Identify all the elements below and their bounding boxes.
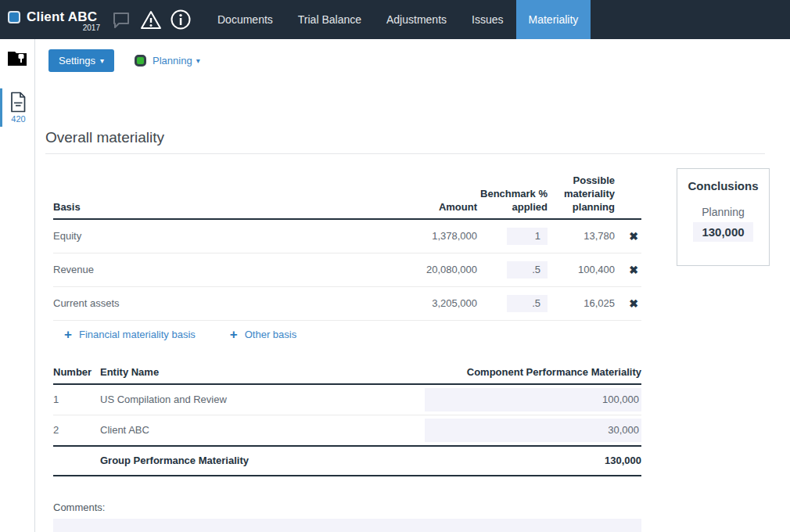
add-link-label: Financial materiality basis — [79, 329, 196, 340]
col-header-amount: Amount — [375, 171, 477, 219]
amount-cell: 20,080,000 — [375, 253, 477, 287]
amount-cell: 3,205,000 — [375, 287, 477, 321]
top-navbar: Client ABC 2017 Documents Trial Balance … — [0, 0, 790, 39]
component-pm-input[interactable]: 30,000 — [425, 419, 641, 442]
client-selector[interactable]: Client ABC 2017 — [0, 0, 100, 39]
engagement-year: 2017 — [83, 23, 100, 32]
warning-icon[interactable] — [136, 0, 166, 39]
col-header-actions — [615, 171, 641, 219]
materiality-basis-table: Basis Amount Benchmark % applied Possibl… — [53, 171, 641, 321]
table-row: Equity 1,378,000 1 13,780 ✖ — [53, 219, 641, 253]
possible-cell: 16,025 — [548, 287, 615, 321]
document-number: 420 — [11, 114, 25, 124]
col-header-entity-name: Entity Name — [100, 362, 425, 384]
conclusions-panel: Conclusions Planning 130,000 — [677, 168, 770, 266]
add-basis-links: + Financial materiality basis + Other ba… — [64, 329, 641, 340]
table-row: Current assets 3,205,000 .5 16,025 ✖ — [53, 287, 641, 321]
settings-button-label: Settings — [59, 55, 95, 66]
col-header-possible: Possible materiality planning — [548, 171, 615, 219]
basis-cell: Equity — [53, 219, 375, 253]
main-content: Basis Amount Benchmark % applied Possibl… — [53, 171, 641, 532]
page-toolbar: Settings ▾ Planning ▾ — [48, 49, 200, 72]
conclusion-planning-value: 130,000 — [693, 222, 752, 242]
delete-row-button[interactable]: ✖ — [629, 297, 638, 310]
conclusion-planning-label: Planning — [677, 206, 769, 218]
amount-cell: 1,378,000 — [375, 219, 477, 253]
sidebar-document-420[interactable]: 420 — [0, 88, 34, 127]
entity-number-cell: 1 — [53, 384, 100, 415]
navbar-icons — [106, 0, 196, 39]
nav-menu: Documents Trial Balance Adjustments Issu… — [205, 0, 591, 39]
plus-icon: + — [230, 329, 238, 340]
group-pm-label: Group Performance Materiality — [100, 446, 425, 476]
group-total-row: Group Performance Materiality 130,000 — [53, 446, 641, 476]
settings-button[interactable]: Settings ▾ — [48, 49, 114, 72]
nav-item-adjustments[interactable]: Adjustments — [374, 0, 459, 39]
group-pm-value: 130,000 — [425, 446, 641, 476]
add-link-label: Other basis — [245, 329, 296, 340]
col-header-number: Number — [53, 362, 100, 384]
nav-item-documents[interactable]: Documents — [205, 0, 285, 39]
nav-item-trial-balance[interactable]: Trial Balance — [285, 0, 374, 39]
col-header-basis: Basis — [53, 171, 375, 219]
entity-number-cell: 2 — [53, 415, 100, 447]
comments-label: Comments: — [53, 501, 641, 513]
conclusions-title: Conclusions — [677, 179, 769, 192]
table-header-row: Number Entity Name Component Performance… — [53, 362, 641, 384]
page-title: Overall materiality — [45, 129, 765, 154]
nav-item-materiality[interactable]: Materiality — [516, 0, 591, 39]
delete-row-button[interactable]: ✖ — [629, 230, 638, 243]
component-materiality-table: Number Entity Name Component Performance… — [53, 362, 641, 476]
document-icon — [9, 92, 27, 113]
client-name: Client ABC — [27, 9, 97, 25]
pinned-documents-button[interactable] — [0, 49, 34, 66]
col-header-benchmark: Benchmark % applied — [477, 171, 548, 219]
basis-cell: Current assets — [53, 287, 375, 321]
comment-icon[interactable] — [106, 0, 136, 39]
caret-down-icon: ▾ — [196, 56, 200, 65]
total-spacer-cell — [53, 446, 100, 476]
comments-input[interactable] — [53, 519, 641, 532]
add-financial-materiality-basis-link[interactable]: + Financial materiality basis — [64, 329, 196, 340]
planning-status-dropdown[interactable]: Planning ▾ — [135, 55, 200, 66]
delete-row-button[interactable]: ✖ — [629, 264, 638, 276]
table-header-row: Basis Amount Benchmark % applied Possibl… — [53, 171, 641, 219]
benchmark-input[interactable]: 1 — [507, 228, 548, 245]
possible-cell: 13,780 — [548, 219, 615, 253]
entity-name-cell: Client ABC — [100, 415, 425, 447]
table-row: Revenue 20,080,000 .5 100,400 ✖ — [53, 253, 641, 287]
planning-status-label: Planning — [153, 55, 192, 66]
add-other-basis-link[interactable]: + Other basis — [230, 329, 296, 340]
component-pm-input[interactable]: 100,000 — [425, 388, 641, 412]
caret-down-icon: ▾ — [100, 56, 104, 65]
possible-cell: 100,400 — [548, 253, 615, 287]
col-header-component-pm: Component Performance Materiality — [425, 362, 641, 384]
client-status-icon — [8, 11, 20, 23]
table-row: 2 Client ABC 30,000 — [53, 415, 641, 447]
plus-icon: + — [64, 329, 72, 340]
benchmark-input[interactable]: .5 — [507, 261, 548, 279]
nav-item-issues[interactable]: Issues — [459, 0, 515, 39]
benchmark-input[interactable]: .5 — [507, 295, 548, 312]
info-icon[interactable] — [166, 0, 196, 39]
entity-name-cell: US Compilation and Review — [100, 384, 425, 415]
left-sidebar: 420 — [0, 39, 35, 532]
basis-cell: Revenue — [53, 253, 375, 287]
table-row: 1 US Compilation and Review 100,000 — [53, 384, 641, 415]
folder-pin-icon — [7, 49, 27, 66]
status-green-icon — [135, 55, 146, 66]
